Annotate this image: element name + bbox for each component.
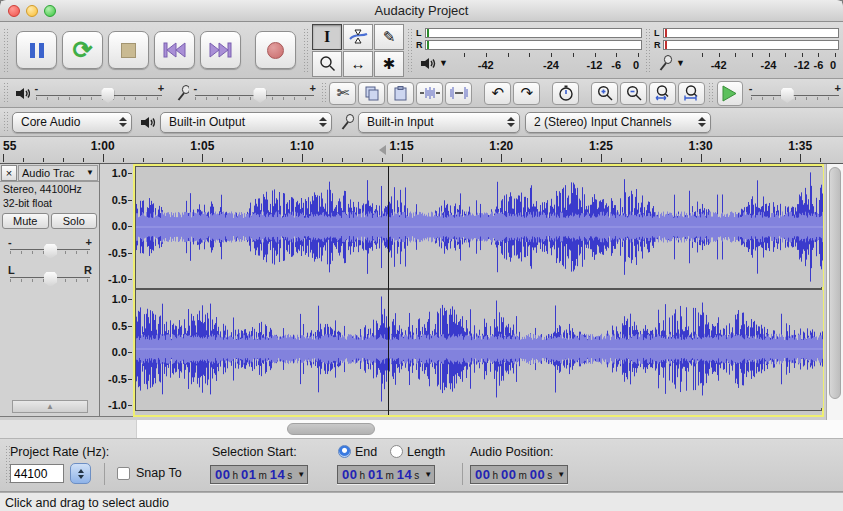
fit-selection-button[interactable] [552,82,579,105]
input-device-icon [340,114,355,130]
timeline-tick-label: 55 [3,139,16,153]
end-radio[interactable] [338,445,351,458]
playback-meter[interactable]: L R ▼ -42-24-12-60 [416,24,642,76]
length-radio[interactable] [390,445,403,458]
pan-thumb[interactable] [44,272,57,287]
snap-to-checkbox[interactable] [117,467,130,480]
audio-position-label: Audio Position: [470,445,553,459]
edit-toolbar-grip[interactable] [321,82,326,104]
solo-button[interactable]: Solo [51,213,98,229]
track-control-panel[interactable]: × Audio Trac ▼ Stereo, 44100Hz 32-bit fl… [0,164,100,417]
trim-audio-button[interactable] [416,82,443,105]
gain-thumb[interactable] [44,244,57,259]
pause-icon [30,43,44,58]
pan-slider[interactable]: L R [6,264,94,288]
play-at-speed-button[interactable] [717,81,743,106]
horizontal-scrollbar[interactable] [0,420,843,439]
dropdown-arrow-icon: ▼ [557,470,565,479]
recording-meter-menu[interactable]: ▼ [654,55,698,71]
vertical-ruler-label: -1.0 [108,399,127,411]
silence-audio-button[interactable] [445,82,472,105]
window-title: Audacity Project [0,3,843,18]
mixer-toolbar-grip[interactable] [3,82,8,104]
project-rate-input[interactable] [10,464,64,483]
zoom-tool-button[interactable] [312,51,342,77]
undo-button[interactable]: ↶ [484,82,511,105]
timeline-ruler[interactable]: 551:001:051:101:151:201:251:301:35 [0,137,843,164]
play-loop-button[interactable]: ⟳ [62,31,103,69]
zoom-selection-icon [654,85,671,101]
horizontal-scrollbar-thumb[interactable] [287,423,375,435]
waveform-channel-left[interactable] [135,166,822,288]
record-button[interactable] [255,31,296,69]
track-menu-arrow-icon: ▼ [86,168,94,177]
play-at-speed-grip[interactable] [708,82,713,104]
vertical-scrollbar[interactable] [826,164,843,420]
time-shift-tool-button[interactable]: ↔ [343,51,373,77]
multi-tool-button[interactable]: ✱ [374,51,404,77]
output-device-select[interactable]: Built-in Output [160,112,332,133]
zoom-out-button[interactable] [620,82,647,105]
cut-button[interactable]: ✄ [329,82,356,105]
tools-toolbar-grip[interactable] [303,28,309,72]
fit-project-zoom-button[interactable] [678,82,705,105]
selection-end-field[interactable]: 00h 01m 14s ▼ [337,465,435,484]
waveform-display[interactable] [133,164,824,417]
meter-scale-label: -24 [761,59,777,71]
silence-icon [449,86,469,100]
zoom-in-button[interactable] [591,82,618,105]
track-title-menu[interactable]: Audio Trac ▼ [18,165,98,181]
playback-meter-grip[interactable] [407,28,413,72]
zoom-in-icon [597,85,613,101]
copy-button[interactable] [358,82,385,105]
select-arrows-icon [319,117,327,127]
loop-play-icon: ⟳ [72,38,92,62]
output-volume-slider[interactable]: - + [32,82,166,104]
gain-slider[interactable]: - + [6,236,94,260]
recording-meter-grip[interactable] [645,28,651,72]
playback-meter-menu[interactable]: ▼ [416,57,460,70]
input-channels-select[interactable]: 2 (Stereo) Input Channels [525,112,711,133]
rate-stepper[interactable] [70,463,91,484]
mute-button[interactable]: Mute [2,213,49,229]
audio-position-field[interactable]: 00h 00m 00s ▼ [470,465,568,484]
scissors-icon: ✄ [337,84,350,102]
microphone-icon [658,55,673,71]
divider [462,463,463,485]
redo-button[interactable]: ↷ [513,82,540,105]
draw-tool-button[interactable]: ✎ [374,24,404,50]
play-speed-slider[interactable]: - + [747,82,843,104]
skip-to-start-button[interactable] [154,31,195,69]
pause-button[interactable] [16,31,57,69]
vertical-ruler[interactable]: 1.00.50.0-0.5-1.01.00.50.0-0.5-1.0 [100,164,133,417]
input-device-select[interactable]: Built-in Input [358,112,520,133]
transport-toolbar-grip[interactable] [3,28,9,72]
edit-cursor [388,166,389,415]
track-close-button[interactable]: × [1,165,17,181]
selection-tool-button[interactable]: I [312,24,342,50]
output-volume-thumb[interactable] [101,88,114,103]
stopwatch-icon [558,85,574,101]
envelope-tool-button[interactable] [343,24,373,50]
selection-start-field[interactable]: 00h 01m 14s ▼ [210,465,308,484]
waveform-channel-right[interactable] [135,288,822,411]
stop-button[interactable] [108,31,149,69]
skip-to-start-icon [163,42,186,58]
audio-host-select[interactable]: Core Audio [12,112,132,133]
track-collapse-button[interactable]: ▲ [12,400,88,413]
track-format-line1: Stereo, 44100Hz [0,182,99,196]
input-volume-slider[interactable]: - + [191,82,318,104]
fit-selection-zoom-button[interactable] [649,82,676,105]
vertical-scrollbar-thumb[interactable] [829,167,841,399]
timeline-tick-label: 1:25 [589,139,613,153]
meter-scale-label: -12 [587,59,603,71]
timeline-tick-label: 1:20 [489,139,513,153]
meter-scale-label: 0 [830,59,836,71]
skip-to-end-button[interactable] [200,31,241,69]
device-toolbar-grip[interactable] [3,111,9,133]
recording-meter[interactable]: L R ▼ -42-24-12-60 [654,24,839,76]
track-title: Audio Trac [22,167,75,179]
play-speed-thumb[interactable] [781,88,794,103]
paste-button[interactable] [387,82,414,105]
input-volume-thumb[interactable] [253,88,266,103]
